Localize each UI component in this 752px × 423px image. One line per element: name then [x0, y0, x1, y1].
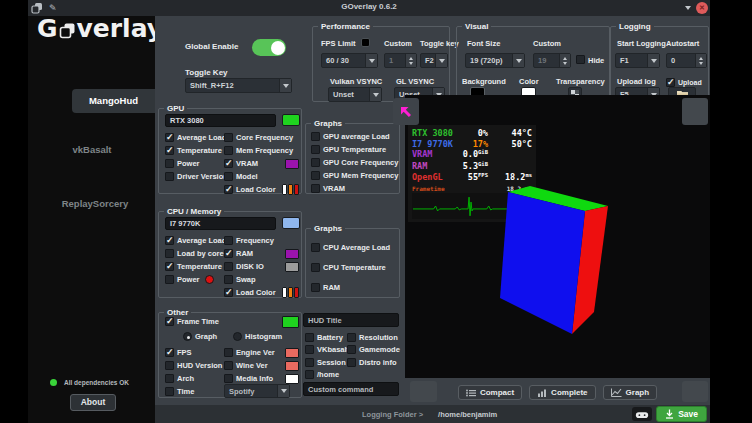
- checkbox-row[interactable]: /home: [305, 369, 347, 382]
- checkbox[interactable]: [311, 132, 320, 141]
- checkbox[interactable]: [165, 159, 174, 168]
- chevron-down-icon[interactable]: [277, 385, 289, 397]
- checkbox-row[interactable]: CPU Temperature: [311, 257, 396, 277]
- checkbox-row[interactable]: Wine Ver: [224, 359, 299, 372]
- checkbox-row[interactable]: GPU Temperature: [311, 143, 396, 156]
- checkbox-row[interactable]: GPU average Load: [311, 130, 396, 143]
- checkbox[interactable]: [165, 387, 174, 396]
- checkbox[interactable]: [347, 345, 356, 354]
- upload-checkbox[interactable]: [666, 78, 675, 87]
- color-swatch[interactable]: [285, 159, 299, 169]
- checkbox[interactable]: [311, 184, 320, 193]
- color-swatch[interactable]: [285, 374, 299, 384]
- color-swatch[interactable]: [285, 348, 299, 358]
- chevron-down-icon[interactable]: [279, 79, 291, 92]
- checkbox[interactable]: [165, 361, 174, 370]
- color-swatch[interactable]: [285, 262, 299, 272]
- start-logging-dropdown[interactable]: F1: [615, 53, 660, 68]
- checkbox-row[interactable]: VKbasalt: [305, 344, 347, 357]
- checkbox[interactable]: [224, 159, 233, 168]
- checkbox-row[interactable]: Gamemode: [347, 344, 402, 357]
- checkbox[interactable]: [311, 145, 320, 154]
- checkbox[interactable]: [224, 185, 233, 194]
- checkbox-row[interactable]: GPU Core Frequency: [311, 156, 396, 169]
- checkbox-row[interactable]: RAM: [224, 247, 299, 260]
- autostart-spinner[interactable]: 0: [666, 53, 707, 68]
- checkbox[interactable]: [311, 171, 320, 180]
- checkbox[interactable]: [165, 236, 174, 245]
- checkbox[interactable]: [165, 146, 174, 155]
- custom-command-input[interactable]: Custom command: [303, 382, 399, 396]
- toggle-key-dropdown[interactable]: Shift_R+F12: [185, 78, 292, 93]
- checkbox-row[interactable]: Distro info: [347, 356, 402, 369]
- color-swatch[interactable]: [282, 184, 299, 195]
- checkbox-row[interactable]: GPU Mem Frequency: [311, 169, 396, 182]
- perf-toggle-key-dropdown[interactable]: F2: [420, 53, 448, 68]
- checkbox-row[interactable]: Arch: [165, 372, 222, 385]
- checkbox-row[interactable]: Load Color: [224, 183, 299, 196]
- fps-limit-color-swatch[interactable]: [361, 38, 370, 47]
- checkbox[interactable]: [305, 358, 314, 367]
- checkbox[interactable]: [165, 348, 174, 357]
- checkbox[interactable]: [311, 158, 320, 167]
- color-swatch[interactable]: [285, 361, 299, 371]
- gpu-color-swatch[interactable]: [282, 114, 300, 126]
- checkbox[interactable]: [224, 133, 233, 142]
- histogram-radio[interactable]: [233, 332, 242, 341]
- chevron-down-icon[interactable]: [369, 88, 381, 101]
- graph-view-button[interactable]: Graph: [603, 385, 658, 400]
- checkbox-row[interactable]: VRAM: [224, 157, 299, 170]
- gpu-name-input[interactable]: RTX 3080: [165, 114, 276, 127]
- checkbox[interactable]: [224, 172, 233, 181]
- checkbox-row[interactable]: Mem Frequency: [224, 144, 299, 157]
- position-top-left-button[interactable]: [393, 98, 419, 125]
- checkbox[interactable]: [224, 361, 233, 370]
- fps-custom-spinner[interactable]: 1: [384, 53, 417, 68]
- checkbox-row[interactable]: HUD Version: [165, 359, 222, 372]
- save-button[interactable]: Save: [656, 406, 707, 422]
- checkbox-row[interactable]: Core Frequency: [224, 131, 299, 144]
- checkbox-row[interactable]: Average Load: [165, 131, 222, 144]
- fps-limit-dropdown[interactable]: 60 / 30: [321, 53, 378, 68]
- frame-time-color-swatch[interactable]: [282, 316, 299, 328]
- checkbox[interactable]: [224, 374, 233, 383]
- checkbox[interactable]: [224, 236, 233, 245]
- chevron-down-icon[interactable]: [512, 54, 524, 67]
- checkbox-row[interactable]: Time: [165, 385, 222, 398]
- checkbox-row[interactable]: Temperature: [165, 260, 222, 273]
- global-enable-toggle[interactable]: [252, 39, 286, 56]
- checkbox[interactable]: [165, 275, 174, 284]
- checkbox-row[interactable]: Engine Ver: [224, 346, 299, 359]
- frame-time-checkbox[interactable]: [165, 317, 174, 326]
- hud-title-input[interactable]: HUD Title: [303, 313, 399, 327]
- font-custom-spinner[interactable]: 19: [533, 53, 571, 68]
- sidebar-item-replaysorcery[interactable]: ReplaySorcery: [45, 198, 145, 209]
- complete-view-button[interactable]: Complete: [529, 385, 595, 400]
- spinner-arrows-icon[interactable]: [559, 54, 570, 67]
- checkbox-row[interactable]: Average Load: [165, 234, 222, 247]
- checkbox[interactable]: [165, 133, 174, 142]
- checkbox[interactable]: [347, 333, 356, 342]
- gamepad-button[interactable]: [632, 407, 652, 421]
- checkbox-row[interactable]: Session: [305, 356, 347, 369]
- checkbox-row[interactable]: CPU Average Load: [311, 237, 396, 257]
- cpu-color-swatch[interactable]: [282, 217, 300, 229]
- checkbox[interactable]: [224, 288, 233, 297]
- chevron-down-icon[interactable]: [647, 54, 659, 67]
- checkbox[interactable]: [311, 263, 320, 272]
- checkbox-row[interactable]: Driver Version: [165, 170, 222, 183]
- checkbox-row[interactable]: RAM: [311, 277, 396, 297]
- compact-view-button[interactable]: Compact: [458, 385, 522, 400]
- media-player-dropdown[interactable]: Spotify: [224, 384, 290, 398]
- spinner-arrows-icon[interactable]: [405, 54, 416, 67]
- color-swatch[interactable]: [285, 249, 299, 259]
- checkbox-row[interactable]: Frequency: [224, 234, 299, 247]
- sidebar-item-vkbasalt[interactable]: vkBasalt: [47, 144, 137, 155]
- checkbox-row[interactable]: Swap: [224, 273, 299, 286]
- checkbox[interactable]: [224, 262, 233, 271]
- cpu-name-input[interactable]: I7 9770K: [165, 217, 276, 230]
- frame-time-row[interactable]: Frame Time: [165, 315, 299, 328]
- sidebar-item-mangohud[interactable]: MangoHud: [72, 89, 155, 113]
- checkbox-row[interactable]: Model: [224, 170, 299, 183]
- checkbox[interactable]: [224, 275, 233, 284]
